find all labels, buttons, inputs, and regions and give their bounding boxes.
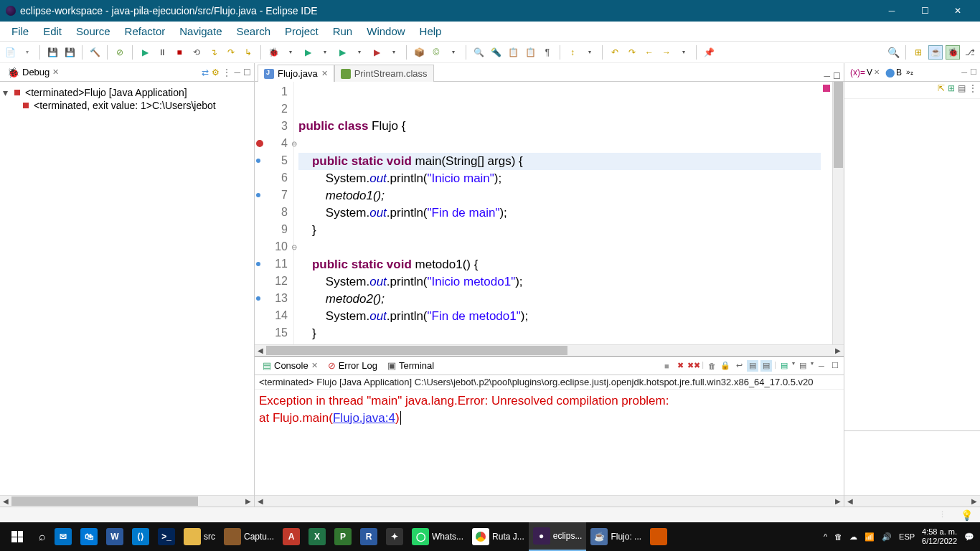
- skip-breakpoints-icon[interactable]: ⊘: [113, 45, 127, 60]
- debug-tab[interactable]: 🐞 Debug ✕: [3, 65, 63, 80]
- menu-source[interactable]: Source: [69, 22, 118, 40]
- editor-maximize-icon[interactable]: ☐: [833, 71, 841, 81]
- perspective-open-icon[interactable]: ⊞: [911, 45, 925, 60]
- view-menu-icon[interactable]: ⋮: [222, 67, 231, 77]
- java-perspective-icon[interactable]: ☕: [928, 45, 943, 60]
- editor-minimize-icon[interactable]: ─: [824, 71, 830, 81]
- scroll-lock-icon[interactable]: 🔒: [720, 360, 731, 372]
- tray-wifi-icon[interactable]: 📶: [864, 532, 875, 542]
- code-content[interactable]: public class Flujo { public static void …: [294, 82, 821, 344]
- tab-terminal[interactable]: ▣Terminal: [382, 358, 439, 373]
- view-menu-icon[interactable]: ⋮: [969, 83, 977, 97]
- taskbar-app[interactable]: Ruta J...: [468, 522, 529, 551]
- step-into-icon[interactable]: ↴: [207, 45, 221, 60]
- close-icon[interactable]: ✕: [321, 69, 328, 78]
- taskbar-app[interactable]: ◯Whats...: [407, 522, 468, 551]
- show-stdout-icon[interactable]: ▤: [747, 360, 758, 372]
- prev-icon[interactable]: ←: [642, 45, 656, 60]
- taskbar-app[interactable]: src: [179, 522, 220, 551]
- save-all-icon[interactable]: 💾: [62, 45, 77, 60]
- taskbar-app[interactable]: X: [304, 522, 330, 551]
- suspend-icon[interactable]: ⏸: [155, 45, 169, 60]
- code-editor[interactable]: 1234⊖5678910⊖1112131415 public class Flu…: [255, 82, 844, 344]
- new-icon[interactable]: 📄: [3, 45, 17, 60]
- menu-help[interactable]: Help: [413, 22, 449, 40]
- back-icon[interactable]: ↶: [608, 45, 622, 60]
- search-icon[interactable]: 🔦: [489, 45, 503, 60]
- menu-search[interactable]: Search: [229, 22, 278, 40]
- start-button[interactable]: [0, 522, 34, 551]
- taskbar-app[interactable]: ●eclips...: [529, 522, 587, 551]
- debug-launch-node[interactable]: ▾ <terminated>Flujo [Java Application]: [3, 86, 251, 99]
- remove-launch-icon[interactable]: ✖: [674, 360, 686, 372]
- resume-icon[interactable]: ▶: [138, 45, 152, 60]
- terminate-icon[interactable]: ■: [172, 45, 187, 60]
- taskbar-powershell[interactable]: >_: [154, 522, 179, 551]
- view-minimize-icon[interactable]: ─: [816, 360, 827, 372]
- quick-access-icon[interactable]: 🔍: [886, 45, 900, 60]
- tab-variables[interactable]: (x)=V ✕: [847, 66, 882, 79]
- taskbar-mail[interactable]: ✉: [50, 522, 76, 551]
- ext-tools-icon[interactable]: ▶: [369, 45, 384, 60]
- taskbar-app[interactable]: ✦: [382, 522, 407, 551]
- view-maximize-icon[interactable]: ☐: [243, 67, 251, 77]
- menu-project[interactable]: Project: [278, 22, 326, 40]
- menu-refactor[interactable]: Refactor: [118, 22, 173, 40]
- task-icon[interactable]: 📋: [523, 45, 537, 60]
- tray-chevron-icon[interactable]: ^: [824, 532, 827, 541]
- tray-lang[interactable]: ESP: [899, 532, 915, 541]
- taskbar-app[interactable]: [646, 522, 672, 551]
- tab-flujo-java[interactable]: Flujo.java ✕: [258, 65, 334, 82]
- menu-file[interactable]: File: [4, 22, 36, 40]
- tray-notifications-icon[interactable]: 💬: [964, 532, 974, 542]
- stack-trace-link[interactable]: Flujo.java:4: [333, 411, 395, 425]
- coverage-icon[interactable]: ▶: [335, 45, 349, 60]
- close-button[interactable]: ✕: [941, 0, 974, 22]
- tip-icon[interactable]: 💡: [961, 509, 973, 521]
- new-package-icon[interactable]: 📦: [412, 45, 426, 60]
- close-icon[interactable]: ✕: [311, 361, 318, 370]
- git-perspective-icon[interactable]: ⎇: [963, 45, 977, 60]
- pin-icon[interactable]: 📌: [702, 45, 716, 60]
- tray-onedrive-icon[interactable]: ☁: [849, 532, 857, 542]
- tray-clock[interactable]: 4:58 a. m.6/12/2022: [922, 527, 957, 546]
- debug-process-node[interactable]: <terminated, exit value: 1>C:\Users\jebo…: [3, 99, 251, 112]
- view-minimize-icon[interactable]: ─: [961, 68, 967, 77]
- remove-all-icon[interactable]: ✖✖: [688, 360, 699, 372]
- step-over-icon[interactable]: ↷: [224, 45, 238, 60]
- view-maximize-icon[interactable]: ☐: [829, 360, 841, 372]
- collapse-icon[interactable]: ⇱: [938, 83, 945, 97]
- taskbar-app[interactable]: ☕Flujo: ...: [586, 522, 646, 551]
- maximize-button[interactable]: ☐: [908, 0, 941, 22]
- wrap-icon[interactable]: ↩: [733, 360, 745, 372]
- annotation-icon[interactable]: 📋: [506, 45, 520, 60]
- console-output[interactable]: Exception in thread "main" java.lang.Err…: [255, 390, 844, 495]
- tray-battery-icon[interactable]: 🗑: [834, 532, 842, 541]
- search-button[interactable]: ⌕: [34, 522, 50, 551]
- variables-hscroll[interactable]: ◀▶: [844, 495, 980, 507]
- view-layout-icon[interactable]: ▤: [958, 83, 966, 97]
- build-icon[interactable]: 🔨: [88, 45, 102, 60]
- system-tray[interactable]: ^ 🗑 ☁ 📶 🔊 ESP 4:58 a. m.6/12/2022 💬: [818, 527, 980, 546]
- tray-volume-icon[interactable]: 🔊: [882, 532, 892, 542]
- disconnect-icon[interactable]: ⟲: [189, 45, 204, 60]
- menu-run[interactable]: Run: [326, 22, 360, 40]
- taskbar-app[interactable]: Captu...: [220, 522, 278, 551]
- display-icon[interactable]: ▤: [797, 360, 809, 372]
- show-type-icon[interactable]: ⊞: [948, 83, 955, 97]
- taskbar-word[interactable]: W: [102, 522, 128, 551]
- close-icon[interactable]: ✕: [52, 67, 59, 77]
- view-maximize-icon[interactable]: ☐: [970, 67, 977, 77]
- open-console-icon[interactable]: ▤: [778, 360, 790, 372]
- next-icon[interactable]: →: [659, 45, 674, 60]
- menu-navigate[interactable]: Navigate: [172, 22, 229, 40]
- new-class-icon[interactable]: ©: [429, 45, 443, 60]
- menu-window[interactable]: Window: [359, 22, 412, 40]
- taskbar-app[interactable]: R: [356, 522, 382, 551]
- editor-hscroll[interactable]: ◀▶: [255, 344, 844, 356]
- forward-icon[interactable]: ↷: [625, 45, 639, 60]
- debug-dropdown-icon[interactable]: 🐞: [266, 45, 281, 60]
- step-return-icon[interactable]: ↳: [241, 45, 255, 60]
- tab-console[interactable]: ▤Console ✕: [258, 358, 323, 373]
- view-action-icon[interactable]: ⇄: [202, 67, 209, 77]
